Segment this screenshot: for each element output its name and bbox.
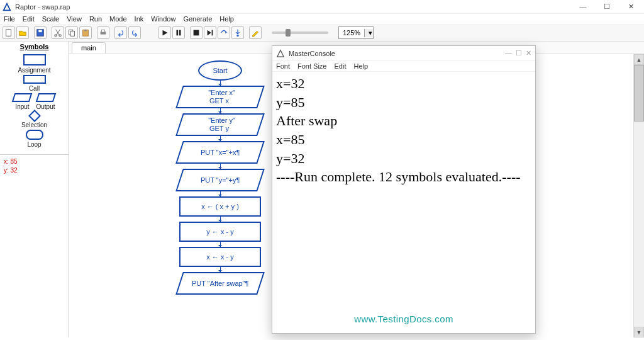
menu-view[interactable]: View bbox=[67, 15, 82, 23]
watch-panel: x: 85 y: 32 bbox=[0, 155, 69, 337]
call-symbol-icon[interactable] bbox=[23, 75, 46, 84]
svg-rect-11 bbox=[177, 30, 179, 36]
call-label: Call bbox=[29, 85, 40, 92]
step-over-icon[interactable] bbox=[218, 26, 230, 39]
console-menu-font[interactable]: Font bbox=[276, 62, 290, 70]
flow-assign-x[interactable]: x ← x - y bbox=[179, 247, 261, 267]
copy-icon[interactable] bbox=[65, 26, 78, 39]
slider-knob[interactable] bbox=[286, 29, 291, 37]
save-icon[interactable] bbox=[34, 26, 47, 39]
main-menubar: File Edit Scale View Run Mode Ink Window… bbox=[0, 14, 644, 25]
selection-label: Selection bbox=[21, 122, 47, 128]
stop-icon[interactable] bbox=[190, 26, 203, 39]
zoom-selector[interactable]: 125% ▾ bbox=[338, 26, 374, 39]
menu-window[interactable]: Window bbox=[151, 15, 175, 23]
window-controls: — ☐ ✕ bbox=[572, 1, 641, 13]
step-to-end-icon[interactable] bbox=[204, 26, 216, 39]
console-line: ----Run complete. 12 symbols evaluated.-… bbox=[276, 167, 531, 186]
loop-symbol-icon[interactable] bbox=[26, 130, 43, 140]
scroll-down-icon[interactable]: ▼ bbox=[634, 327, 644, 337]
new-icon[interactable] bbox=[3, 26, 15, 39]
menu-edit[interactable]: Edit bbox=[23, 15, 35, 23]
watch-var-y: y: 32 bbox=[4, 166, 65, 175]
symbols-palette: Assignment Call Input Output Selection L… bbox=[0, 52, 69, 155]
flow-assign-y[interactable]: y ← x - y bbox=[179, 222, 261, 242]
scroll-up-icon[interactable]: ▲ bbox=[634, 54, 644, 65]
master-console-window[interactable]: MasterConsole — ☐ ✕ Font Font Size Edit … bbox=[272, 45, 536, 334]
menu-run[interactable]: Run bbox=[89, 15, 102, 23]
open-icon[interactable] bbox=[16, 26, 29, 39]
svg-rect-10 bbox=[101, 30, 104, 33]
undo-icon[interactable] bbox=[114, 26, 127, 39]
console-output: x=32 y=85 After swap x=85 y=32 ----Run c… bbox=[272, 72, 535, 333]
speed-slider[interactable] bbox=[272, 31, 328, 34]
console-line: y=85 bbox=[276, 93, 531, 112]
console-menubar: Font Font Size Edit Help bbox=[272, 61, 535, 72]
cut-icon[interactable] bbox=[52, 26, 64, 39]
watch-var-x: x: 85 bbox=[4, 157, 65, 166]
svg-point-4 bbox=[59, 35, 62, 37]
output-symbol-icon[interactable] bbox=[35, 93, 56, 102]
svg-point-3 bbox=[55, 35, 57, 37]
console-line: x=32 bbox=[276, 74, 531, 93]
left-panel: Symbols Assignment Call Input Output Sel… bbox=[0, 42, 69, 337]
canvas-vscrollbar[interactable]: ▲ ▼ bbox=[633, 54, 644, 337]
minimize-button[interactable]: — bbox=[572, 1, 594, 13]
selection-symbol-icon[interactable] bbox=[28, 110, 41, 122]
loop-label: Loop bbox=[27, 141, 41, 148]
console-maximize-button[interactable]: ☐ bbox=[516, 49, 522, 57]
svg-rect-2 bbox=[38, 30, 42, 33]
assignment-symbol-icon[interactable] bbox=[23, 54, 46, 65]
menu-ink[interactable]: Ink bbox=[135, 15, 144, 23]
close-button[interactable]: ✕ bbox=[620, 1, 641, 13]
input-label: Input bbox=[15, 103, 29, 110]
zoom-value: 125% bbox=[339, 29, 364, 37]
console-line: After swap bbox=[276, 111, 531, 130]
menu-help[interactable]: Help bbox=[219, 15, 234, 23]
console-title: MasterConsole bbox=[289, 50, 505, 57]
menu-generate[interactable]: Generate bbox=[183, 15, 212, 23]
print-icon[interactable] bbox=[97, 26, 109, 39]
assignment-label: Assignment bbox=[18, 67, 50, 74]
flow-start[interactable]: Start bbox=[198, 60, 242, 81]
svg-rect-12 bbox=[179, 30, 181, 36]
main-toolbar: 125% ▾ bbox=[0, 25, 644, 42]
maximize-button[interactable]: ☐ bbox=[596, 1, 618, 13]
run-icon[interactable] bbox=[158, 26, 171, 39]
svg-rect-14 bbox=[212, 30, 213, 36]
console-menu-help[interactable]: Help bbox=[353, 62, 368, 70]
pencil-icon[interactable] bbox=[249, 26, 262, 39]
console-menu-fontsize[interactable]: Font Size bbox=[297, 62, 326, 70]
raptor-app-icon bbox=[3, 3, 11, 11]
menu-file[interactable]: File bbox=[4, 15, 15, 23]
output-label: Output bbox=[36, 103, 55, 110]
flow-input-y[interactable]: "Enter y"GET y bbox=[175, 113, 265, 136]
symbols-header: Symbols bbox=[0, 42, 69, 52]
svg-rect-6 bbox=[70, 31, 74, 36]
console-menu-edit[interactable]: Edit bbox=[334, 62, 346, 70]
chevron-down-icon[interactable]: ▾ bbox=[364, 29, 373, 37]
flow-input-x[interactable]: "Enter x"GET x bbox=[175, 86, 265, 108]
tab-main[interactable]: main bbox=[72, 42, 106, 54]
console-titlebar[interactable]: MasterConsole — ☐ ✕ bbox=[272, 46, 535, 61]
redo-icon[interactable] bbox=[128, 26, 141, 39]
console-line: x=85 bbox=[276, 130, 531, 149]
paste-icon[interactable] bbox=[79, 26, 92, 39]
svg-rect-13 bbox=[194, 30, 199, 36]
svg-point-15 bbox=[236, 35, 239, 37]
console-line: y=32 bbox=[276, 149, 531, 168]
flow-assign-sum[interactable]: x ← ( x + y ) bbox=[179, 196, 261, 217]
step-into-icon[interactable] bbox=[231, 26, 244, 39]
console-minimize-button[interactable]: — bbox=[505, 49, 512, 57]
flow-output-y[interactable]: PUT "y="+y¶ bbox=[175, 169, 265, 191]
flow-output-afterswap[interactable]: PUT "After swap"¶ bbox=[175, 272, 265, 295]
menu-mode[interactable]: Mode bbox=[109, 15, 127, 23]
scroll-thumb[interactable] bbox=[634, 65, 644, 122]
pause-icon[interactable] bbox=[172, 26, 185, 39]
flow-output-x[interactable]: PUT "x="+x¶ bbox=[175, 141, 265, 164]
window-titlebar: Raptor - swap.rap — ☐ ✕ bbox=[0, 0, 644, 14]
raptor-console-icon bbox=[276, 49, 285, 58]
menu-scale[interactable]: Scale bbox=[42, 15, 60, 23]
console-close-button[interactable]: ✕ bbox=[526, 49, 531, 57]
input-symbol-icon[interactable] bbox=[12, 93, 33, 102]
